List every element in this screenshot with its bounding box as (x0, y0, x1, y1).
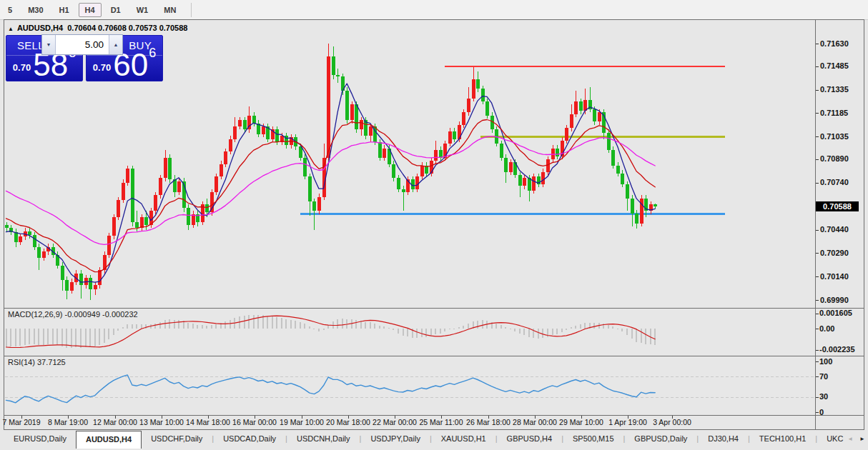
chart-tab-usdcad-daily[interactable]: USDCAD,Daily (214, 430, 285, 449)
chart-tab-usdcnh-daily[interactable]: USDCNH,Daily (287, 430, 360, 449)
chart-tab-sp500-m15[interactable]: SP500,M15 (563, 430, 623, 449)
current-price-tag: 0.70588 (816, 201, 859, 211)
collapse-panel-icon[interactable]: ▲ (8, 26, 14, 32)
rsi-indicator-label: RSI(14) 37.7125 (8, 358, 66, 366)
chart-tab-gbpusd-h4[interactable]: GBPUSD,H4 (498, 430, 562, 449)
chart-ohlc-values: 0.70604 0.70608 0.70573 0.70588 (67, 24, 187, 32)
chart-tab-eurusd-daily[interactable]: EURUSD,Daily (4, 430, 76, 449)
volume-increase-button[interactable]: ▲ (109, 35, 122, 54)
sell-price-pips: 58 (33, 52, 68, 78)
buy-price-whole: 0.70 (93, 62, 111, 73)
chart-tab-bar: EURUSD,DailyAUDUSD,H4USDCHF,Daily|USDCAD… (0, 430, 868, 450)
chart-symbol-label: AUDUSD,H4 (17, 24, 63, 32)
buy-price-pips: 60 (113, 52, 148, 78)
rsi-value: 37.7125 (37, 358, 66, 366)
volume-stepper: ▼ ▲ (41, 34, 123, 55)
buy-price-point: 6 (149, 46, 156, 61)
tabs-scroll-right-icon[interactable]: ► (859, 436, 865, 442)
macd-indicator-label: MACD(12,26,9) -0.000949 -0.000232 (8, 310, 138, 319)
chart-tab-xauusd-h1[interactable]: XAUUSD,H1 (432, 430, 495, 449)
chart-ohlc-header: ▲AUDUSD,H4 0.70604 0.70608 0.70573 0.705… (8, 24, 187, 32)
volume-decrease-button[interactable]: ▼ (42, 35, 56, 54)
chart-tab-gbpusd-daily[interactable]: GBPUSD,Daily (625, 430, 696, 449)
sell-price-whole: 0.70 (13, 62, 31, 73)
chart-tab-dj30-h4[interactable]: DJ30,H4 (699, 430, 748, 449)
tabs-scroll-left-icon[interactable]: ◄ (847, 436, 853, 442)
chart-tab-audusd-h4[interactable]: AUDUSD,H4 (76, 431, 142, 449)
volume-input[interactable] (56, 35, 109, 54)
macd-values: -0.000949 -0.000232 (64, 310, 137, 319)
chart-tab-usdchf-daily[interactable]: USDCHF,Daily (142, 430, 212, 449)
chart-tab-tech100-h1[interactable]: TECH100,H1 (750, 430, 815, 449)
chart-tab-usdjpy-daily[interactable]: USDJPY,Daily (361, 430, 430, 449)
